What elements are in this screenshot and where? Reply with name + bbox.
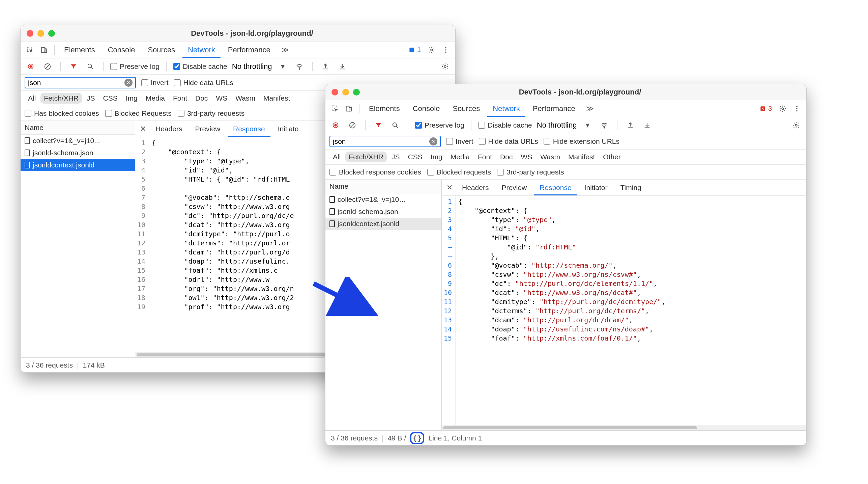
clear-icon[interactable] — [346, 119, 358, 131]
errors-badge[interactable]: ✕ 3 — [757, 104, 775, 113]
more-tabs-icon[interactable]: ≫ — [583, 104, 597, 113]
minimize-icon[interactable] — [37, 30, 44, 37]
filter-ws[interactable]: WS — [212, 93, 231, 104]
filter-icon[interactable] — [372, 119, 384, 131]
third-party-checkbox[interactable]: 3rd-party requests — [497, 168, 564, 176]
throttling-select[interactable]: No throttling — [537, 121, 577, 130]
chevron-down-icon[interactable]: ▾ — [277, 60, 289, 73]
detail-tab-preview[interactable]: Preview — [496, 180, 532, 195]
kebab-icon[interactable] — [791, 103, 803, 115]
download-icon[interactable] — [336, 60, 348, 73]
inspect-icon[interactable] — [329, 103, 341, 115]
filter-wasm[interactable]: Wasm — [537, 152, 563, 162]
record-icon[interactable] — [329, 119, 342, 131]
detail-tab-preview[interactable]: Preview — [190, 121, 226, 137]
invert-checkbox[interactable]: Invert — [446, 137, 473, 145]
wifi-icon[interactable] — [293, 60, 306, 73]
invert-checkbox[interactable]: Invert — [141, 79, 169, 87]
filter-all[interactable]: All — [25, 93, 39, 104]
detail-tab-initiator[interactable]: Initiato — [272, 121, 304, 137]
filter-css[interactable]: CSS — [100, 93, 121, 104]
hide-extension-urls-checkbox[interactable]: Hide extension URLs — [544, 137, 619, 145]
filter-all[interactable]: All — [329, 152, 344, 162]
request-row[interactable]: jsonld-schema.json — [21, 147, 135, 159]
clear-filter-icon[interactable]: ✕ — [429, 137, 437, 145]
filter-input[interactable]: ✕ — [25, 77, 136, 88]
detail-tab-headers[interactable]: Headers — [150, 121, 187, 137]
detail-tab-initiator[interactable]: Initiator — [579, 180, 613, 195]
blocked-cookies-checkbox[interactable]: Has blocked cookies — [25, 109, 99, 117]
throttling-select[interactable]: No throttling — [232, 62, 272, 71]
filter-other[interactable]: Other — [600, 152, 624, 162]
filter-manifest[interactable]: Manifest — [260, 93, 293, 104]
more-tabs-icon[interactable]: ≫ — [278, 46, 292, 54]
filter-ws[interactable]: WS — [517, 152, 536, 162]
filter-fetch[interactable]: Fetch/XHR — [40, 93, 82, 104]
blocked-requests-checkbox[interactable]: Blocked Requests — [105, 109, 172, 117]
filter-input[interactable]: ✕ — [329, 136, 441, 147]
tab-network[interactable]: Network — [487, 100, 525, 117]
close-detail-icon[interactable]: ✕ — [138, 124, 148, 134]
wifi-icon[interactable] — [598, 119, 610, 131]
maximize-icon[interactable] — [48, 30, 55, 37]
tab-sources[interactable]: Sources — [142, 42, 180, 58]
search-icon[interactable] — [84, 60, 96, 73]
filter-js[interactable]: JS — [83, 93, 98, 104]
filter-css[interactable]: CSS — [405, 152, 426, 162]
close-detail-icon[interactable]: ✕ — [444, 183, 455, 193]
tab-elements[interactable]: Elements — [364, 100, 405, 117]
maximize-icon[interactable] — [353, 89, 360, 96]
horizontal-scrollbar[interactable] — [442, 425, 806, 430]
inspect-icon[interactable] — [24, 44, 36, 56]
filter-img[interactable]: Img — [427, 152, 446, 162]
clear-icon[interactable] — [41, 60, 54, 73]
tab-sources[interactable]: Sources — [447, 100, 485, 117]
tab-performance[interactable]: Performance — [223, 42, 276, 58]
settings-icon[interactable] — [790, 119, 802, 131]
filter-icon[interactable] — [67, 60, 80, 73]
issues-badge[interactable]: 1 — [406, 45, 424, 54]
chevron-down-icon[interactable]: ▾ — [581, 119, 594, 131]
settings-icon[interactable] — [777, 103, 789, 115]
filter-font[interactable]: Font — [474, 152, 495, 162]
upload-icon[interactable] — [319, 60, 331, 73]
request-row[interactable]: collect?v=1&_v=j10… — [325, 193, 441, 206]
close-icon[interactable] — [27, 30, 33, 37]
filter-doc[interactable]: Doc — [192, 93, 211, 104]
detail-tab-timing[interactable]: Timing — [615, 180, 647, 195]
close-icon[interactable] — [331, 89, 338, 96]
detail-tab-response[interactable]: Response — [228, 121, 270, 137]
pretty-print-button[interactable]: { } — [410, 432, 424, 444]
device-icon[interactable] — [343, 103, 355, 115]
name-column-header[interactable]: Name — [21, 121, 135, 135]
disable-cache-checkbox[interactable]: Disable cache — [173, 62, 227, 71]
preserve-log-checkbox[interactable]: Preserve log — [110, 62, 160, 71]
filter-doc[interactable]: Doc — [497, 152, 516, 162]
filter-media[interactable]: Media — [447, 152, 473, 162]
tab-elements[interactable]: Elements — [59, 42, 100, 58]
preserve-log-checkbox[interactable]: Preserve log — [415, 121, 464, 129]
request-row[interactable]: collect?v=1&_v=j10... — [21, 135, 135, 147]
filter-wasm[interactable]: Wasm — [232, 93, 259, 104]
settings-icon[interactable] — [439, 60, 451, 73]
disable-cache-checkbox[interactable]: Disable cache — [478, 121, 532, 129]
filter-img[interactable]: Img — [122, 93, 141, 104]
blocked-requests-checkbox[interactable]: Blocked requests — [427, 168, 491, 176]
tab-console[interactable]: Console — [407, 100, 445, 117]
clear-filter-icon[interactable]: ✕ — [124, 79, 133, 87]
minimize-icon[interactable] — [342, 89, 349, 96]
filter-manifest[interactable]: Manifest — [565, 152, 598, 162]
request-row[interactable]: jsonld-schema.json — [325, 206, 441, 218]
record-icon[interactable] — [25, 60, 37, 73]
tab-network[interactable]: Network — [182, 42, 221, 58]
detail-tab-headers[interactable]: Headers — [457, 180, 494, 195]
kebab-icon[interactable] — [440, 44, 452, 56]
upload-icon[interactable] — [624, 119, 636, 131]
hide-data-urls-checkbox[interactable]: Hide data URLs — [479, 137, 538, 145]
filter-fetch[interactable]: Fetch/XHR — [345, 152, 387, 162]
filter-js[interactable]: JS — [388, 152, 403, 162]
hide-data-urls-checkbox[interactable]: Hide data URLs — [174, 79, 233, 87]
blocked-response-cookies-checkbox[interactable]: Blocked response cookies — [329, 168, 421, 176]
tab-console[interactable]: Console — [103, 42, 141, 58]
code-body[interactable]: { "@context": { "type": "@type", "id": "… — [456, 196, 806, 425]
